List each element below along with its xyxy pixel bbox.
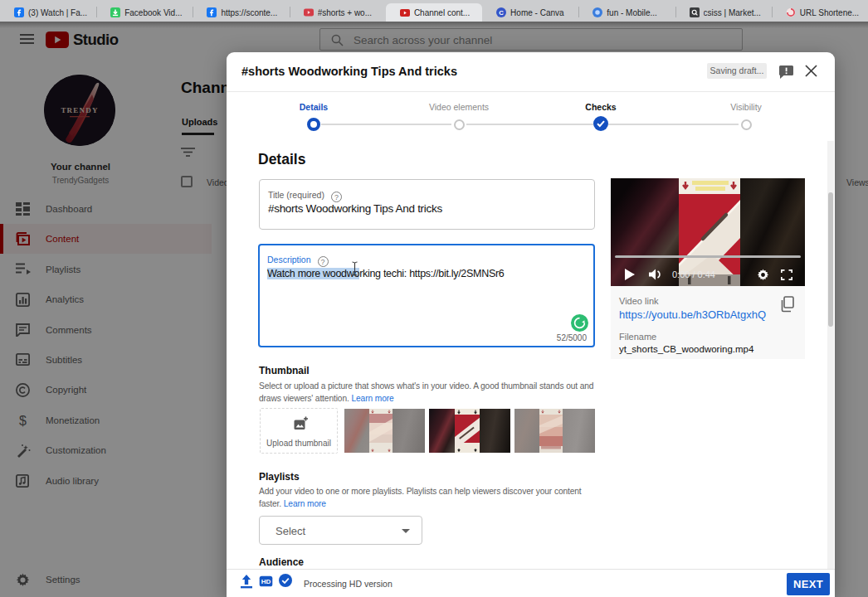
svg-text:HD: HD [261,578,271,585]
svg-text:C: C [499,9,504,17]
